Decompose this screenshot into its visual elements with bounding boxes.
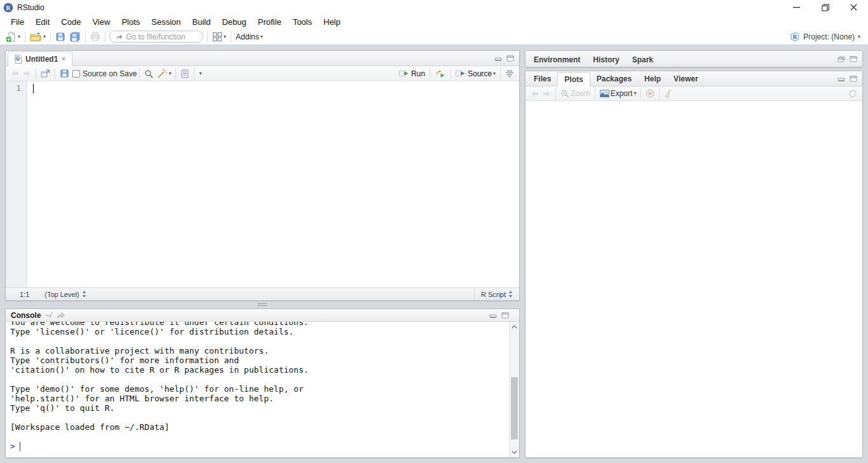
tab-viewer[interactable]: Viewer: [667, 71, 704, 86]
pane-layout-button[interactable]: ▾: [210, 31, 228, 43]
r-script-icon: R: [15, 55, 22, 64]
tab-files[interactable]: Files: [527, 71, 557, 86]
export-label: Export: [611, 89, 633, 98]
maximize-pane-icon[interactable]: [850, 56, 857, 62]
menu-session[interactable]: Session: [146, 16, 186, 28]
maximize-pane-icon[interactable]: [850, 76, 857, 82]
save-source-button[interactable]: [58, 67, 71, 79]
plots-pane: Files Plots Packages Help Viewer: [525, 71, 863, 458]
minimize-pane-icon[interactable]: [489, 312, 497, 319]
new-file-button[interactable]: ▾: [4, 31, 22, 43]
zoom-magnifier-icon: [560, 89, 569, 98]
console-prompt-line[interactable]: >: [10, 441, 506, 451]
goto-file-input[interactable]: [126, 32, 198, 41]
menu-tools[interactable]: Tools: [287, 16, 318, 28]
menu-view[interactable]: View: [86, 16, 116, 28]
toolbar-separator: [105, 31, 105, 43]
clear-all-plots-button[interactable]: [662, 88, 675, 99]
goto-file-search[interactable]: [109, 31, 203, 43]
forward-button[interactable]: [21, 69, 33, 78]
code-editor[interactable]: 1: [6, 81, 519, 287]
menubar: File Edit Code View Plots Session Build …: [0, 15, 868, 29]
source-tabbar: R Untitled1 ×: [6, 51, 519, 66]
menu-build[interactable]: Build: [187, 16, 217, 28]
project-selector[interactable]: R Project: (None) ▾: [786, 31, 864, 43]
source-pane-controls: [489, 55, 519, 62]
console-line: [Workspace loaded from ~/.RData]: [10, 422, 506, 432]
line-number: 1: [6, 83, 21, 93]
maximize-pane-icon[interactable]: [506, 55, 514, 62]
document-outline-button[interactable]: [503, 69, 516, 79]
console-line: Type 'q()' to quit R.: [10, 403, 506, 413]
environment-tabbar: Environment History Spark: [526, 51, 862, 67]
refresh-plot-button[interactable]: [846, 88, 859, 99]
toolbar-separator: [50, 31, 51, 43]
rerun-button[interactable]: [433, 68, 447, 79]
minimize-pane-icon[interactable]: [494, 55, 502, 62]
source-more-button[interactable]: ▾: [197, 70, 203, 78]
tab-help[interactable]: Help: [638, 71, 667, 86]
tab-plots[interactable]: Plots: [557, 72, 590, 86]
find-replace-button[interactable]: [142, 68, 155, 79]
zoom-plot-button[interactable]: Zoom: [559, 88, 592, 99]
console-caret: [20, 442, 20, 451]
export-button[interactable]: Export ▾: [598, 88, 639, 99]
horizontal-splitter[interactable]: [5, 301, 520, 308]
console-scrollbar[interactable]: [509, 322, 519, 457]
menu-code[interactable]: Code: [55, 16, 86, 28]
menu-profile[interactable]: Profile: [252, 16, 287, 28]
updown-spinner-icon: [82, 291, 86, 298]
scope-label: (Top Level): [44, 291, 79, 298]
console-line: Type 'license()' or 'licence()' for dist…: [10, 327, 506, 336]
tab-environment[interactable]: Environment: [527, 52, 587, 67]
magnifier-icon: [144, 69, 153, 78]
popout-button[interactable]: [39, 68, 52, 79]
scope-selector[interactable]: (Top Level): [44, 291, 86, 298]
save-button[interactable]: [53, 31, 67, 43]
console-popout-icon[interactable]: [57, 312, 65, 319]
open-file-button[interactable]: ▾: [28, 31, 48, 43]
tab-history[interactable]: History: [587, 52, 625, 67]
code-area[interactable]: [27, 81, 519, 287]
maximize-pane-icon[interactable]: [501, 312, 509, 319]
caret-icon: ▾: [634, 91, 636, 96]
code-tools-button[interactable]: ▾: [155, 68, 173, 79]
save-all-button[interactable]: [67, 31, 83, 43]
back-button[interactable]: [9, 69, 21, 78]
file-type-selector[interactable]: R Script: [474, 288, 519, 300]
menu-debug[interactable]: Debug: [216, 16, 252, 28]
minimize-pane-icon[interactable]: [837, 76, 845, 82]
compile-report-button[interactable]: [179, 68, 191, 79]
console-line: Type 'demo()' for some demos, 'help()' f…: [10, 384, 506, 394]
restore-pane-icon[interactable]: [837, 56, 845, 62]
source-run-icon: [455, 69, 466, 78]
menu-plots[interactable]: Plots: [116, 16, 146, 28]
editor-caret: [33, 84, 34, 93]
source-tab-untitled1[interactable]: R Untitled1 ×: [8, 52, 72, 66]
plot-back-button[interactable]: [529, 89, 541, 99]
plot-forward-button[interactable]: [541, 89, 553, 99]
restore-button[interactable]: [811, 0, 839, 15]
scrollbar-thumb[interactable]: [511, 377, 518, 439]
save-icon: [60, 69, 69, 78]
addins-button[interactable]: Addins ▾: [234, 31, 265, 43]
tab-spark[interactable]: Spark: [626, 52, 660, 67]
print-button[interactable]: [88, 31, 102, 43]
tab-close-icon[interactable]: ×: [61, 55, 65, 64]
source-on-save-checkbox[interactable]: [72, 70, 80, 78]
close-button[interactable]: [839, 0, 868, 15]
source-button[interactable]: Source ▾: [453, 68, 498, 79]
scroll-up-button[interactable]: [510, 322, 519, 332]
notebook-icon: [180, 69, 189, 78]
menu-edit[interactable]: Edit: [30, 16, 55, 28]
toolbar-separator: [231, 31, 231, 43]
scroll-down-button[interactable]: [510, 447, 519, 457]
menu-file[interactable]: File: [5, 16, 30, 28]
menu-help[interactable]: Help: [318, 16, 346, 28]
remove-plot-button[interactable]: [644, 88, 656, 99]
run-button[interactable]: Run: [397, 68, 427, 79]
console-output[interactable]: You are welcome to redistribute it under…: [6, 322, 519, 457]
tab-packages[interactable]: Packages: [590, 71, 638, 86]
minimize-button[interactable]: [782, 0, 811, 15]
plots-refresh-area: [846, 88, 859, 99]
